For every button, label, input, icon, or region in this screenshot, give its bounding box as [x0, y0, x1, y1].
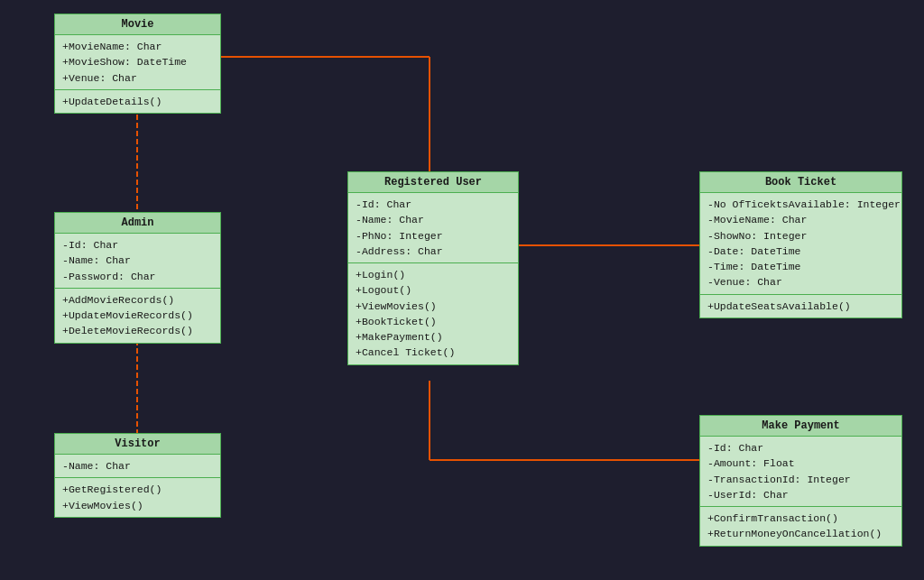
visitor-title: Visitor — [55, 434, 220, 455]
reg-method-5: +MakePayment() — [356, 329, 511, 345]
bt-attr-6: -Venue: Char — [707, 274, 894, 290]
make-payment-methods: +ConfirmTransaction() +ReturnMoneyOnCanc… — [700, 507, 901, 546]
movie-attr-1: +MovieName: Char — [62, 39, 213, 54]
visitor-method-2: +ViewMovies() — [62, 498, 213, 513]
visitor-attributes: -Name: Char — [55, 455, 220, 478]
bt-attr-2: -MovieName: Char — [707, 212, 894, 227]
mp-method-2: +ReturnMoneyOnCancellation() — [707, 526, 894, 541]
make-payment-class: Make Payment -Id: Char -Amount: Float -T… — [699, 415, 902, 547]
admin-method-2: +UpdateMovieRecords() — [62, 308, 213, 323]
book-ticket-attributes: -No OfTicektsAvailable: Integer -MovieNa… — [700, 193, 901, 295]
reg-method-6: +Cancel Ticket() — [356, 345, 511, 360]
diagram-area: Movie +MovieName: Char +MovieShow: DateT… — [0, 0, 924, 580]
registered-user-attributes: -Id: Char -Name: Char -PhNo: Integer -Ad… — [348, 193, 518, 263]
reg-method-2: +Logout() — [356, 282, 511, 298]
mp-attr-4: -UserId: Char — [707, 487, 894, 502]
visitor-attr-1: -Name: Char — [62, 458, 213, 474]
reg-attr-2: -Name: Char — [356, 212, 511, 227]
reg-method-4: +BookTicket() — [356, 314, 511, 329]
movie-attr-2: +MovieShow: DateTime — [62, 54, 213, 69]
admin-title: Admin — [55, 213, 220, 234]
make-payment-title: Make Payment — [700, 416, 901, 437]
bt-attr-4: -Date: DateTime — [707, 244, 894, 259]
mp-attr-2: -Amount: Float — [707, 456, 894, 471]
book-ticket-methods: +UpdateSeatsAvailable() — [700, 295, 901, 318]
movie-title: Movie — [55, 14, 220, 35]
registered-user-class: Registered User -Id: Char -Name: Char -P… — [347, 171, 519, 365]
visitor-method-1: +GetRegistered() — [62, 482, 213, 497]
reg-attr-3: -PhNo: Integer — [356, 228, 511, 244]
movie-attr-3: +Venue: Char — [62, 70, 213, 86]
admin-attr-1: -Id: Char — [62, 237, 213, 253]
mp-attr-1: -Id: Char — [707, 440, 894, 456]
bt-attr-1: -No OfTicektsAvailable: Integer — [707, 197, 894, 212]
movie-method-1: +UpdateDetails() — [62, 94, 213, 109]
admin-methods: +AddMovieRecords() +UpdateMovieRecords()… — [55, 289, 220, 343]
admin-class: Admin -Id: Char -Name: Char -Password: C… — [54, 212, 221, 344]
registered-user-methods: +Login() +Logout() +ViewMovies() +BookTi… — [348, 263, 518, 364]
visitor-methods: +GetRegistered() +ViewMovies() — [55, 478, 220, 517]
bt-attr-5: -Time: DateTime — [707, 259, 894, 274]
movie-attributes: +MovieName: Char +MovieShow: DateTime +V… — [55, 35, 220, 90]
admin-method-1: +AddMovieRecords() — [62, 292, 213, 308]
book-ticket-class: Book Ticket -No OfTicektsAvailable: Inte… — [699, 171, 902, 318]
book-ticket-title: Book Ticket — [700, 172, 901, 193]
movie-class: Movie +MovieName: Char +MovieShow: DateT… — [54, 14, 221, 114]
bt-attr-3: -ShowNo: Integer — [707, 228, 894, 244]
reg-attr-1: -Id: Char — [356, 197, 511, 212]
admin-attr-2: -Name: Char — [62, 253, 213, 268]
bt-method-1: +UpdateSeatsAvailable() — [707, 299, 894, 314]
mp-attr-3: -TransactionId: Integer — [707, 472, 894, 487]
movie-methods: +UpdateDetails() — [55, 90, 220, 113]
reg-attr-4: -Address: Char — [356, 244, 511, 259]
make-payment-attributes: -Id: Char -Amount: Float -TransactionId:… — [700, 437, 901, 507]
visitor-class: Visitor -Name: Char +GetRegistered() +Vi… — [54, 433, 221, 518]
reg-method-1: +Login() — [356, 267, 511, 282]
reg-method-3: +ViewMovies() — [356, 299, 511, 314]
mp-method-1: +ConfirmTransaction() — [707, 511, 894, 526]
registered-user-title: Registered User — [348, 172, 518, 193]
admin-attr-3: -Password: Char — [62, 269, 213, 284]
admin-method-3: +DeleteMovieRecords() — [62, 323, 213, 338]
admin-attributes: -Id: Char -Name: Char -Password: Char — [55, 234, 220, 289]
